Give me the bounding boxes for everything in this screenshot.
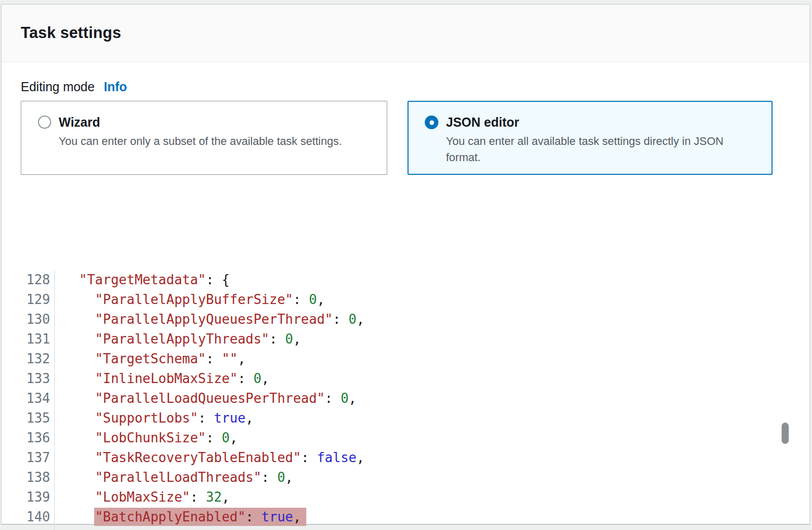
option-label: Wizard [59,114,342,130]
code-line[interactable]: 138 "ParallelLoadThreads": 0, [2,468,809,487]
line-number: 135 [2,408,50,428]
radio-unselected-icon[interactable] [38,116,51,129]
line-number: 141 [2,527,50,530]
code-text: "ParallelLoadQueuesPerThread": 0, [50,389,356,408]
code-line[interactable]: 136 "LobChunkSize": 0, [2,428,809,448]
code-line[interactable]: 133 "InlineLobMaxSize": 0, [2,369,809,389]
line-number: 129 [2,290,50,310]
editing-mode-label: Editing mode [21,80,95,94]
code-line[interactable]: 141 "FullLobMode": false, [2,527,809,530]
code-line[interactable]: 140 "BatchApplyEnabled": true, [2,507,809,527]
code-line[interactable]: 129 "ParallelApplyBufferSize": 0, [2,290,809,310]
code-text: "ParallelLoadThreads": 0, [50,468,293,487]
line-number: 130 [2,310,50,329]
editing-mode-options: Wizard You can enter only a subset of th… [21,101,809,175]
line-number: 134 [2,389,50,408]
code-lines: 128 "TargetMetadata": {129 "ParallelAppl… [2,270,809,530]
line-number: 140 [2,507,50,527]
scrollbar-thumb[interactable] [782,423,789,444]
line-number: 132 [2,349,50,369]
code-text: "TaskRecoveryTableEnabled": false, [50,448,364,468]
panel-header: Task settings [2,5,809,62]
code-text: "ParallelApplyBufferSize": 0, [50,290,325,310]
line-number: 136 [2,428,50,448]
code-text: "BatchApplyEnabled": true, [50,507,306,527]
option-wizard-text: Wizard You can enter only a subset of th… [59,114,342,174]
line-number: 137 [2,448,50,468]
info-link[interactable]: Info [104,80,127,94]
line-number: 133 [2,369,50,389]
code-text: "TargetMetadata": { [50,270,230,290]
code-text: "ParallelApplyQueuesPerThread": 0, [50,310,364,329]
highlighted-code: "BatchApplyEnabled": true, [94,508,306,526]
code-text: "TargetSchema": "", [50,349,246,369]
code-text: "ParallelApplyThreads": 0, [50,329,301,349]
panel-body: Editing mode Info Wizard You can enter o… [2,80,809,175]
panel-title: Task settings [21,24,809,42]
code-line[interactable]: 130 "ParallelApplyQueuesPerThread": 0, [2,310,809,329]
option-wizard[interactable]: Wizard You can enter only a subset of th… [21,101,387,175]
code-text: "FullLobMode": false, [50,527,261,530]
code-line[interactable]: 139 "LobMaxSize": 32, [2,487,809,507]
gutter-divider [54,270,55,530]
option-label: JSON editor [446,114,756,130]
option-description: You can enter only a subset of the avail… [59,133,342,149]
code-text: "InlineLobMaxSize": 0, [50,369,269,389]
line-number: 139 [2,487,50,507]
task-settings-panel: Task settings Editing mode Info Wizard Y… [1,4,810,524]
option-json-editor[interactable]: JSON editor You can enter all available … [408,101,773,175]
code-line[interactable]: 135 "SupportLobs": true, [2,408,809,428]
code-line[interactable]: 128 "TargetMetadata": { [2,270,809,290]
radio-selected-icon[interactable] [425,116,438,129]
option-json-editor-text: JSON editor You can enter all available … [446,114,756,174]
code-line[interactable]: 137 "TaskRecoveryTableEnabled": false, [2,448,809,468]
line-number: 131 [2,329,50,349]
line-number: 128 [2,270,50,290]
code-text: "SupportLobs": true, [50,408,254,428]
code-line[interactable]: 131 "ParallelApplyThreads": 0, [2,329,809,349]
code-text: "LobMaxSize": 32, [50,487,230,507]
option-description: You can enter all available task setting… [446,133,756,166]
line-number: 138 [2,468,50,487]
code-line[interactable]: 132 "TargetSchema": "", [2,349,809,369]
json-code-editor[interactable]: 128 "TargetMetadata": {129 "ParallelAppl… [2,270,809,530]
code-line[interactable]: 134 "ParallelLoadQueuesPerThread": 0, [2,389,809,408]
code-text: "LobChunkSize": 0, [50,428,237,448]
editing-mode-row: Editing mode Info [21,80,809,94]
